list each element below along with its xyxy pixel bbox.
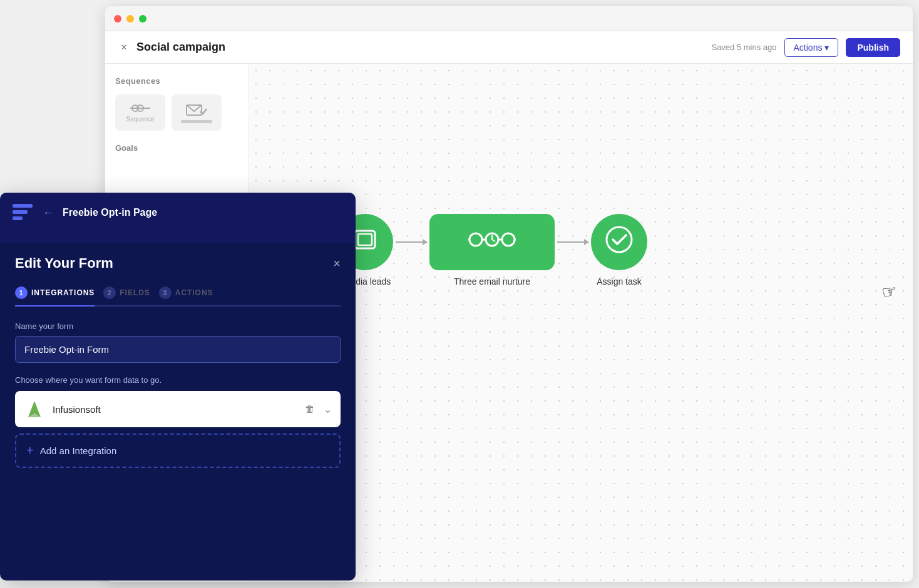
tab-1-number: 1 bbox=[15, 286, 28, 299]
integration-name: Infusionsoft bbox=[53, 404, 297, 415]
arrow-line-1 bbox=[396, 241, 427, 243]
svg-rect-14 bbox=[13, 210, 28, 214]
tab-fields[interactable]: 2 FIELDS bbox=[103, 286, 158, 305]
assign-task-icon bbox=[604, 225, 634, 260]
close-traffic-light[interactable] bbox=[114, 15, 121, 23]
goals-label: Goals bbox=[115, 143, 239, 153]
name-form-label: Name your form bbox=[15, 322, 341, 331]
maximize-traffic-light[interactable] bbox=[139, 15, 146, 23]
email-check-icon bbox=[185, 103, 208, 118]
add-integration-icon: + bbox=[26, 444, 34, 458]
assign-task-node bbox=[591, 214, 647, 270]
tabs-row: 1 INTEGRATIONS 2 FIELDS 3 ACTIONS bbox=[15, 286, 341, 307]
assign-task-label: Assign task bbox=[597, 276, 642, 286]
cursor-hand-icon: ☞ bbox=[880, 280, 898, 303]
campaign-header: × Social campaign Saved 5 mins ago Actio… bbox=[105, 31, 913, 64]
tab-2-number: 2 bbox=[103, 286, 116, 299]
actions-button[interactable]: Actions ▾ bbox=[784, 38, 839, 57]
integration-actions: 🗑 ⌄ bbox=[305, 403, 332, 415]
sequence-card-2[interactable] bbox=[172, 94, 222, 131]
flow-container: l media leads bbox=[337, 214, 647, 286]
form-name-input[interactable] bbox=[15, 336, 341, 363]
edit-form-panel: Edit Your Form × 1 INTEGRATIONS 2 FIELDS… bbox=[0, 243, 356, 580]
integration-item-infusionsoft[interactable]: Infusionsoft 🗑 ⌄ bbox=[15, 391, 341, 427]
tab-3-label: ACTIONS bbox=[175, 288, 213, 297]
email-nurture-icon bbox=[467, 230, 517, 254]
titlebar bbox=[105, 6, 913, 31]
sequence-items: Sequence bbox=[115, 94, 239, 131]
svg-rect-13 bbox=[13, 204, 33, 208]
edit-form-title: Edit Your Form bbox=[15, 255, 113, 271]
campaign-header-right: Saved 5 mins ago Actions ▾ Publish bbox=[711, 38, 900, 57]
edit-form-header: Edit Your Form × bbox=[15, 255, 341, 271]
email-nurture-label: Three email nurture bbox=[454, 276, 530, 286]
saved-status: Saved 5 mins ago bbox=[711, 43, 776, 52]
expand-integration-icon[interactable]: ⌄ bbox=[324, 403, 332, 415]
svg-point-12 bbox=[607, 227, 632, 252]
data-destination-label: Choose where you want form data to go. bbox=[15, 375, 341, 385]
tab-actions[interactable]: 3 ACTIONS bbox=[159, 286, 222, 305]
publish-button[interactable]: Publish bbox=[846, 38, 900, 57]
sequence-card-label: Sequence bbox=[126, 116, 154, 123]
flow-node-email-nurture[interactable]: Three email nurture bbox=[429, 214, 555, 286]
sequence-card-1[interactable]: Sequence bbox=[115, 94, 165, 131]
back-arrow-icon[interactable]: ← bbox=[43, 206, 54, 220]
delete-integration-icon[interactable]: 🗑 bbox=[305, 403, 315, 415]
chevron-down-icon: ▾ bbox=[824, 43, 829, 53]
svg-rect-15 bbox=[13, 216, 23, 220]
modal-header-top: ← Freebie Opt-in Page bbox=[13, 204, 343, 221]
campaign-title: Social campaign bbox=[136, 41, 225, 54]
sequence-card-bar bbox=[181, 120, 212, 123]
flow-arrow-1 bbox=[396, 241, 427, 243]
svg-point-7 bbox=[470, 233, 482, 246]
close-modal-button[interactable]: × bbox=[333, 256, 341, 271]
modal-header: ← Freebie Opt-in Page bbox=[0, 193, 356, 243]
modal-page-title: Freebie Opt-in Page bbox=[63, 207, 157, 218]
tab-integrations[interactable]: 1 INTEGRATIONS bbox=[15, 286, 103, 305]
svg-rect-5 bbox=[358, 234, 372, 245]
tab-1-label: INTEGRATIONS bbox=[31, 288, 95, 297]
sequences-label: Sequences bbox=[115, 76, 239, 86]
add-integration-button[interactable]: + Add an Integration bbox=[15, 433, 341, 468]
minimize-traffic-light[interactable] bbox=[126, 15, 134, 23]
svg-point-11 bbox=[502, 233, 515, 246]
modal-panel: ← Freebie Opt-in Page Edit Your Form × 1… bbox=[0, 193, 356, 580]
sequence-icon bbox=[129, 103, 151, 113]
tab-2-label: FIELDS bbox=[120, 288, 150, 297]
app-logo bbox=[13, 204, 34, 221]
campaign-close-button[interactable]: × bbox=[118, 41, 130, 54]
arrow-line-2 bbox=[557, 241, 588, 243]
email-nurture-node bbox=[429, 214, 555, 270]
add-integration-label: Add an Integration bbox=[40, 445, 117, 456]
tab-3-number: 3 bbox=[159, 286, 172, 299]
flow-arrow-2 bbox=[557, 241, 588, 243]
campaign-header-left: × Social campaign bbox=[118, 41, 225, 54]
infusionsoft-logo bbox=[24, 398, 45, 420]
flow-node-assign-task[interactable]: Assign task bbox=[591, 214, 647, 286]
